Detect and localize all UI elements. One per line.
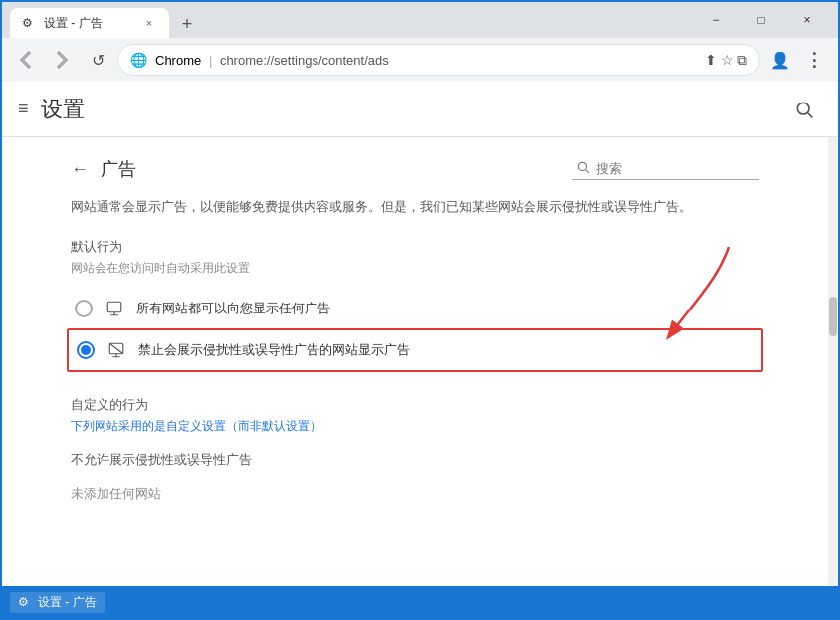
navigation-bar: ↺ 🌐 Chrome | chrome://settings/content/a… [2, 38, 838, 82]
svg-rect-4 [107, 302, 121, 312]
scrollbar-track[interactable] [828, 137, 838, 586]
forward-button[interactable] [46, 44, 78, 76]
page-title: 设置 [41, 95, 786, 124]
title-bar: ⚙ 设置 - 广告 × + − □ × [2, 2, 838, 38]
url-display: Chrome | chrome://settings/content/ads [155, 53, 697, 68]
taskbar-app-label: 设置 - 广告 [38, 594, 97, 611]
svg-line-1 [808, 112, 813, 117]
custom-behavior-section: 自定义的行为 下列网站采用的是自定义设置（而非默认设置） 不允许展示侵扰性或误导… [71, 396, 759, 511]
search-button[interactable] [786, 92, 822, 127]
option1-label: 所有网站都可以向您显示任何广告 [136, 300, 330, 317]
svg-line-6 [109, 343, 123, 354]
default-behavior-subheader: 网站会在您访问时自动采用此设置 [71, 260, 759, 277]
ads-page-header: ← 广告 [71, 157, 759, 181]
option2-highlighted-row: 禁止会展示侵扰性或误导性广告的网站显示广告 [67, 328, 763, 372]
option2-label: 禁止会展示侵扰性或误导性广告的网站显示广告 [138, 341, 410, 359]
ads-page-title: 广告 [101, 157, 136, 181]
minimize-button[interactable]: − [693, 2, 738, 38]
tab-favicon: ⚙ [22, 16, 36, 30]
option1-icon [105, 299, 124, 318]
new-tab-button[interactable]: + [173, 10, 201, 38]
description-text: 网站通常会显示广告，以便能够免费提供内容或服务。但是，我们已知某些网站会展示侵扰… [71, 197, 759, 218]
split-view-icon[interactable]: ⧉ [737, 52, 747, 69]
taskbar-favicon: ⚙ [18, 595, 32, 609]
settings-toolbar: ≡ 设置 [2, 82, 838, 137]
search-box[interactable] [572, 158, 759, 180]
address-bar[interactable]: 🌐 Chrome | chrome://settings/content/ads… [117, 44, 760, 76]
content-area: ← 广告 网站通常会显示广告，以便能够免费提供内容或服务。但是，我们已知某些网站… [2, 137, 838, 586]
taskbar-app-button[interactable]: ⚙ 设置 - 广告 [10, 592, 105, 613]
search-box-icon [576, 160, 590, 177]
account-icon[interactable]: 👤 [764, 44, 796, 76]
option2-row[interactable]: 禁止会展示侵扰性或误导性广告的网站显示广告 [73, 330, 757, 370]
search-input[interactable] [596, 161, 755, 176]
option1-radio[interactable] [75, 300, 93, 317]
tab-close-button[interactable]: × [141, 15, 157, 31]
bookmark-icon[interactable]: ☆ [721, 52, 734, 69]
url-separator: | [209, 53, 212, 68]
back-arrow-button[interactable]: ← [71, 159, 89, 180]
reload-button[interactable]: ↺ [82, 44, 113, 76]
svg-point-0 [797, 103, 809, 114]
svg-line-3 [586, 170, 589, 173]
custom-behavior-header: 自定义的行为 [71, 396, 759, 414]
taskbar: ⚙ 设置 - 广告 [2, 586, 838, 618]
no-intrusive-header: 不允许展示侵扰性或误导性广告 [71, 451, 759, 469]
share-icon[interactable]: ⬆ [705, 52, 717, 69]
close-window-button[interactable]: × [784, 2, 830, 38]
default-behavior-header: 默认行为 [71, 238, 759, 256]
site-security-icon: 🌐 [130, 52, 147, 68]
back-button[interactable] [10, 44, 42, 76]
custom-behavior-subtext[interactable]: 下列网站采用的是自定义设置（而非默认设置） [71, 418, 759, 435]
maximize-button[interactable]: □ [738, 2, 784, 38]
svg-point-2 [578, 162, 586, 170]
menu-icon[interactable]: ⋮ [798, 44, 830, 76]
active-tab[interactable]: ⚙ 设置 - 广告 × [10, 8, 169, 38]
scrollbar-thumb[interactable] [829, 297, 837, 336]
tab-label: 设置 - 广告 [44, 15, 103, 32]
option2-radio[interactable] [77, 341, 95, 359]
option2-icon [106, 340, 126, 360]
hamburger-menu-icon[interactable]: ≡ [18, 99, 29, 119]
no-sites-added: 未添加任何网站 [71, 477, 759, 511]
option1-row[interactable]: 所有网站都可以向您显示任何广告 [71, 289, 759, 328]
main-content: ← 广告 网站通常会显示广告，以便能够免费提供内容或服务。但是，我们已知某些网站… [2, 137, 828, 586]
